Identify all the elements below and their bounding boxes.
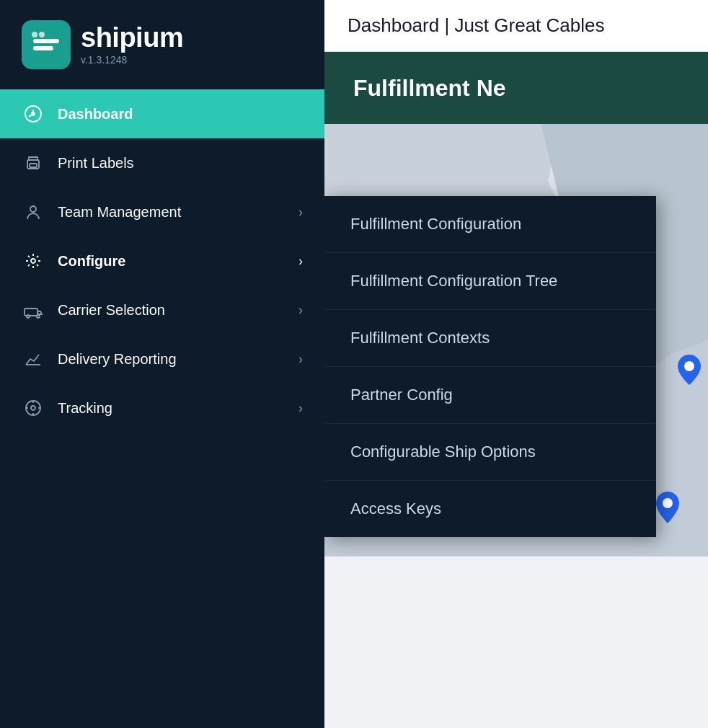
sidebar-item-configure[interactable]: Configure › — [0, 236, 324, 285]
team-management-chevron: › — [298, 205, 303, 220]
sidebar: shipium v.1.3.1248 Dashboard — [0, 0, 324, 728]
dropdown-item-fulfillment-config[interactable]: Fulfillment Configuration — [324, 196, 656, 253]
sidebar-item-team-management[interactable]: Team Management › — [0, 187, 324, 236]
fulfillment-banner: Fulfillment Ne — [324, 52, 708, 124]
sidebar-item-tracking[interactable]: Tracking › — [0, 383, 324, 432]
main-header: Dashboard | Just Great Cables — [324, 0, 708, 52]
dropdown-item-fulfillment-contexts[interactable]: Fulfillment Contexts — [324, 310, 656, 367]
sidebar-item-delivery-reporting[interactable]: Delivery Reporting › — [0, 334, 324, 383]
carrier-icon — [22, 298, 45, 321]
svg-point-21 — [684, 361, 694, 371]
main-content: Dashboard | Just Great Cables Fulfillmen… — [324, 0, 708, 728]
sidebar-header: shipium v.1.3.1248 — [0, 0, 324, 82]
configure-chevron: › — [298, 254, 303, 269]
dropdown-item-access-keys[interactable]: Access Keys — [324, 481, 656, 537]
print-icon — [22, 151, 45, 174]
sidebar-item-configure-label: Configure — [58, 253, 286, 270]
configure-dropdown-menu: Fulfillment Configuration Fulfillment Co… — [324, 196, 656, 537]
sidebar-item-tracking-label: Tracking — [58, 400, 286, 417]
sidebar-item-delivery-reporting-label: Delivery Reporting — [58, 351, 286, 368]
page-title: Dashboard | Just Great Cables — [348, 14, 604, 37]
dropdown-item-partner-config[interactable]: Partner Config — [324, 367, 656, 424]
tracking-icon — [22, 396, 45, 420]
svg-rect-0 — [33, 39, 59, 43]
map-area: Calgary Fulfillment Configuration — [324, 124, 708, 556]
sidebar-item-carrier-selection-label: Carrier Selection — [58, 302, 286, 319]
svg-rect-7 — [30, 164, 37, 167]
svg-point-15 — [31, 406, 35, 410]
svg-point-11 — [27, 315, 30, 318]
svg-point-2 — [32, 32, 37, 37]
carrier-selection-chevron: › — [298, 303, 303, 318]
sidebar-item-dashboard[interactable]: Dashboard — [0, 89, 324, 138]
logo-text-block: shipium v.1.3.1248 — [81, 24, 183, 66]
svg-point-8 — [30, 206, 36, 212]
svg-rect-10 — [25, 308, 37, 316]
svg-point-3 — [39, 32, 45, 37]
dashboard-icon — [22, 102, 45, 125]
sidebar-item-print-labels[interactable]: Print Labels — [0, 138, 324, 187]
sidebar-item-carrier-selection[interactable]: Carrier Selection › — [0, 285, 324, 334]
svg-rect-1 — [33, 46, 53, 50]
fulfillment-banner-text: Fulfillment Ne — [353, 75, 506, 102]
sidebar-item-dashboard-label: Dashboard — [58, 106, 303, 123]
dropdown-item-fulfillment-config-tree[interactable]: Fulfillment Configuration Tree — [324, 253, 656, 310]
reporting-icon — [22, 347, 45, 370]
delivery-reporting-chevron: › — [298, 352, 303, 367]
app-version: v.1.3.1248 — [81, 54, 183, 66]
map-background: Calgary Fulfillment Configuration — [324, 124, 708, 556]
svg-point-22 — [663, 498, 673, 508]
sidebar-item-team-management-label: Team Management — [58, 204, 286, 221]
dropdown-item-configurable-ship-options[interactable]: Configurable Ship Options — [324, 424, 656, 481]
configure-icon — [22, 249, 45, 272]
app-name: shipium — [81, 24, 183, 51]
sidebar-item-print-labels-label: Print Labels — [58, 155, 303, 172]
svg-point-9 — [31, 259, 35, 263]
logo-icon — [22, 20, 71, 69]
nav-list: Dashboard Print Labels Team Managemen — [0, 89, 324, 432]
svg-point-12 — [37, 315, 40, 318]
team-icon — [22, 200, 45, 223]
tracking-chevron: › — [298, 401, 303, 416]
